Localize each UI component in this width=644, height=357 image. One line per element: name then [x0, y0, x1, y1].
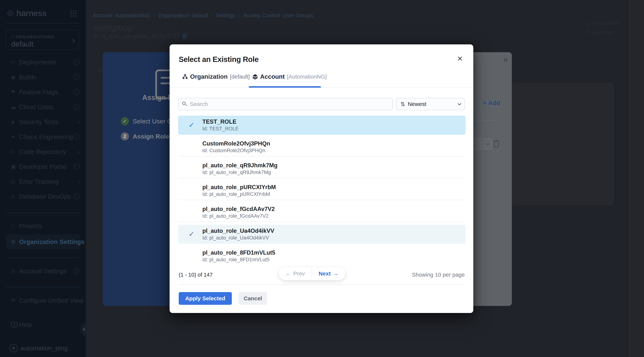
info-icon[interactable]: i [74, 59, 80, 65]
breadcrumb-settings[interactable]: Settings [216, 13, 235, 19]
role-row[interactable]: ✓ TEST_ROLE Id: TEST_ROLE [178, 116, 466, 135]
role-row[interactable]: pl_auto_role_fGcdAAv7V2 Id: pl_auto_role… [178, 203, 466, 222]
info-icon[interactable]: i [74, 164, 80, 170]
wizard-step-1[interactable]: ✓ Select User Gro [121, 117, 178, 125]
user-name: automation_pIng [20, 344, 80, 352]
sidebar-item-account-settings[interactable]: ⚙ Account Settings i [0, 263, 86, 278]
page-text-fragment: T [98, 84, 102, 94]
cloud-costs-icon: ☁ [11, 104, 19, 110]
apply-selected-button[interactable]: Apply Selected [179, 292, 232, 305]
sidebar-item-database-devops[interactable]: ≋ Database DevOps i [0, 189, 86, 204]
chaos-engineering-icon: ✦ [11, 134, 19, 140]
close-icon[interactable]: ✕ [457, 55, 463, 62]
search-icon [182, 102, 187, 107]
sidebar-item-builds[interactable]: ◉ Builds i [0, 70, 86, 85]
chevron-right-icon: › [78, 118, 80, 126]
chevron-right-icon: › [78, 178, 80, 185]
search-input[interactable] [190, 101, 389, 107]
sidebar-item-error-tracking[interactable]: ◎ Error Tracking › [0, 174, 86, 189]
projects-icon: ⬡ [11, 223, 19, 229]
harness-logo[interactable]: harness [7, 9, 80, 18]
sidebar-item-cloud-costs[interactable]: ☁ Cloud Costs i [0, 99, 86, 114]
error-tracking-icon: ◎ [11, 179, 19, 185]
sidebar-item-feature-flags[interactable]: ⚑ Feature Flags i [0, 85, 86, 99]
per-page-label: Showing 10 per page [412, 272, 465, 278]
chevron-right-icon: › [211, 12, 213, 19]
last-updated: Last Updated 5 days ago [587, 18, 620, 37]
info-icon[interactable]: i [74, 193, 80, 199]
entity-id: Id: pl_auto_usergroup_4D7bcCIJj7 [93, 33, 180, 39]
deployments-icon: ∞ [11, 59, 19, 65]
select-role-modal: Select an Existing Role ✕ Organization [… [170, 44, 473, 313]
sidebar-item-projects[interactable]: ⬡ Projects [0, 218, 86, 233]
cancel-button[interactable]: Cancel [239, 292, 267, 305]
info-icon[interactable]: i [74, 134, 80, 140]
sidebar: harness ⌗ ORGANIZATIONS default › ∞ Depl… [0, 0, 86, 357]
role-row[interactable]: ✓ pl_auto_role_Ua4Od4ikVV Id: pl_auto_ro… [178, 225, 466, 244]
org-chart-icon [182, 74, 188, 80]
sidebar-item-developer-portal[interactable]: ▣ Developer Portal i [0, 159, 86, 174]
step-done-check-icon: ✓ [121, 117, 129, 125]
modal-footer-divider [179, 284, 465, 285]
next-button[interactable]: Next → [312, 267, 345, 280]
sidebar-item-help[interactable]: ? Help [0, 317, 86, 332]
sidebar-item-deployments[interactable]: ∞ Deployments i [0, 55, 86, 70]
info-icon[interactable]: i [74, 104, 80, 110]
close-icon[interactable]: ✕ [503, 56, 508, 64]
sort-dropdown[interactable]: ⇅ Newest [396, 98, 465, 110]
code-repository-icon: ‹› [11, 149, 19, 155]
pagination-controls: ← Prev Next → [279, 267, 345, 280]
sidebar-divider [6, 257, 80, 258]
page-title: usergroup [93, 22, 133, 33]
sort-value: Newest [408, 101, 455, 107]
sidebar-item-organization-settings[interactable]: ⚙ Organization Settings [6, 234, 80, 249]
org-selector[interactable]: ⌗ ORGANIZATIONS default › [6, 30, 80, 50]
collapse-left-icon [82, 327, 85, 331]
help-icon: ? [11, 322, 18, 327]
background-card [512, 83, 614, 205]
breadcrumb-organization[interactable]: Organization: default [158, 13, 208, 19]
role-row[interactable]: pl_auto_role_qR9Jhmk7Mg Id: pl_auto_role… [178, 159, 466, 178]
sidebar-item-security-tests[interactable]: ◈ Security Tests › [0, 114, 86, 129]
page-text-fragment: N [98, 100, 102, 107]
tab-account[interactable]: Account [AutomationNG] [252, 73, 327, 80]
info-icon[interactable]: i [74, 74, 80, 80]
role-row[interactable]: pl_auto_role_8FD1mVLut5 Id: pl_auto_role… [178, 247, 466, 263]
sidebar-item-configure-unified-view[interactable]: ⚒ Configure Unified View [0, 293, 86, 308]
org-selector-label: ORGANIZATIONS [16, 35, 54, 39]
chevron-down-icon [458, 102, 462, 105]
copy-icon[interactable] [182, 33, 187, 39]
search-field[interactable] [178, 98, 393, 110]
trash-icon[interactable] [493, 140, 500, 148]
app-grid-icon[interactable] [70, 11, 76, 17]
breadcrumb-access-control[interactable]: Access Control: User Groups [243, 13, 313, 19]
role-row[interactable]: pl_auto_role_pURCXlYrbM Id: pl_auto_role… [178, 181, 466, 200]
arrow-right-icon: → [333, 270, 338, 277]
feature-flags-icon: ⚑ [11, 89, 19, 95]
page-divider [630, 0, 630, 357]
check-icon: ✓ [188, 121, 202, 129]
org-selector-value: default [11, 40, 34, 48]
tab-organization[interactable]: Organization [default] [182, 73, 250, 80]
scope-tabs: Organization [default] Account [Automati… [170, 68, 473, 88]
sidebar-item-code-repository[interactable]: ‹› Code Repository › [0, 144, 86, 159]
sidebar-divider [6, 23, 80, 24]
sidebar-user[interactable]: A automation_pIng [0, 340, 86, 355]
harness-logo-icon [7, 10, 14, 17]
gear-icon: ⚙ [11, 239, 19, 245]
add-button[interactable]: + Add [483, 99, 500, 107]
chevron-right-icon: › [153, 12, 155, 19]
info-icon[interactable]: i [74, 89, 80, 95]
role-list: ✓ TEST_ROLE Id: TEST_ROLE CustomRole2Ofv… [178, 116, 466, 263]
modal-title: Select an Existing Role [179, 55, 259, 64]
info-icon[interactable]: i [74, 268, 80, 274]
chevron-right-icon: › [238, 12, 240, 19]
prev-button[interactable]: ← Prev [279, 267, 312, 280]
builds-icon: ◉ [11, 74, 19, 80]
breadcrumb-account[interactable]: Account: AutomationNG [92, 13, 150, 19]
page-text-fragment: M [98, 67, 103, 75]
chevron-right-icon: › [78, 148, 80, 155]
sidebar-item-chaos-engineering[interactable]: ✦ Chaos Engineering i [0, 129, 86, 144]
role-row[interactable]: CustomRole2Ofvj3PHQn Id: CustomRole2Ofvj… [178, 137, 466, 157]
org-chart-icon: ⌗ [11, 34, 14, 40]
